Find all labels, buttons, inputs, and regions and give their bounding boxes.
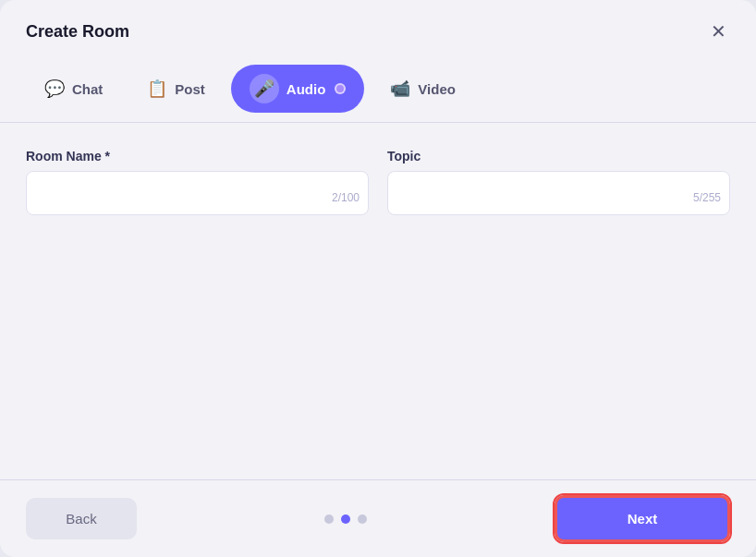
dialog-footer: Back Next xyxy=(0,479,756,557)
room-name-label: Room Name * xyxy=(26,149,369,163)
back-button[interactable]: Back xyxy=(26,498,137,539)
dot-2 xyxy=(341,515,350,524)
tab-video[interactable]: 📹 Video xyxy=(372,69,474,108)
tab-audio-label: Audio xyxy=(287,81,326,97)
close-button[interactable]: ✕ xyxy=(707,18,730,44)
topic-group: Topic 5/255 xyxy=(387,149,730,215)
tab-video-label: Video xyxy=(418,81,456,97)
room-name-input[interactable] xyxy=(26,171,369,215)
next-button[interactable]: Next xyxy=(555,495,730,542)
dialog-title: Create Room xyxy=(26,22,129,42)
form-area: Room Name * 2/100 Topic 5/255 xyxy=(0,123,756,479)
create-room-dialog: Create Room ✕ 💬 Chat 📋 Post 🎤 Audio 📹 Vi… xyxy=(0,0,756,557)
video-icon: 📹 xyxy=(390,79,410,99)
tab-post[interactable]: 📋 Post xyxy=(128,69,224,108)
tab-chat-label: Chat xyxy=(72,81,103,97)
room-name-counter: 2/100 xyxy=(332,191,360,204)
room-name-group: Room Name * 2/100 xyxy=(26,149,369,215)
topic-input[interactable] xyxy=(387,171,730,215)
active-dot xyxy=(335,83,346,94)
dot-3 xyxy=(358,515,367,524)
pagination-dots xyxy=(324,515,367,524)
topic-label: Topic xyxy=(387,149,730,163)
tabs-row: 💬 Chat 📋 Post 🎤 Audio 📹 Video xyxy=(0,55,756,122)
audio-icon: 🎤 xyxy=(250,74,279,103)
chat-icon: 💬 xyxy=(44,79,65,99)
room-name-wrapper: 2/100 xyxy=(26,171,369,215)
topic-counter: 5/255 xyxy=(693,191,721,204)
topic-wrapper: 5/255 xyxy=(387,171,730,215)
dot-1 xyxy=(324,515,334,524)
form-row: Room Name * 2/100 Topic 5/255 xyxy=(26,149,730,215)
tab-chat[interactable]: 💬 Chat xyxy=(26,69,121,108)
tab-post-label: Post xyxy=(175,81,205,97)
dialog-header: Create Room ✕ xyxy=(0,0,756,55)
post-icon: 📋 xyxy=(147,79,167,99)
tab-audio[interactable]: 🎤 Audio xyxy=(231,65,365,113)
